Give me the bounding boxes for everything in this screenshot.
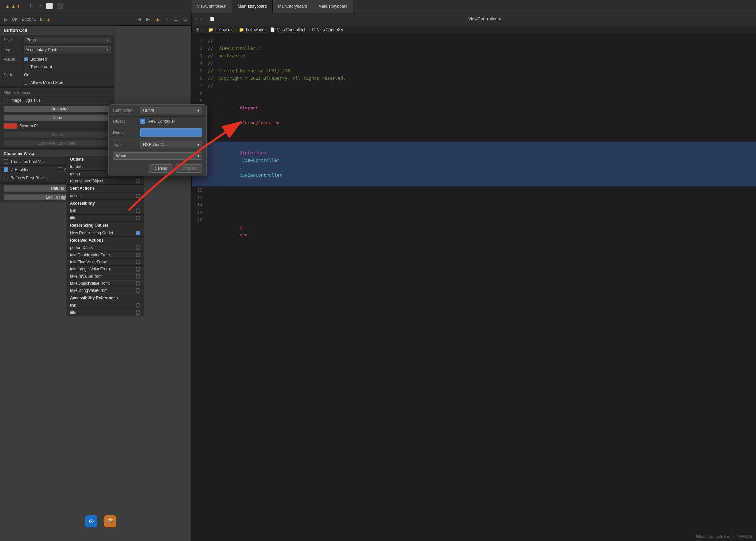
action-circle[interactable]	[136, 194, 140, 198]
take-float-item: takeFloatValueFrom:	[66, 259, 144, 266]
object-icon: C	[140, 119, 145, 124]
link-circle[interactable]	[136, 208, 140, 213]
warning-icon: ▲	[5, 4, 10, 9]
take-int-item: takeIntValueFrom:	[66, 273, 144, 280]
type-dropdown[interactable]: Momentary Push In ▾	[24, 46, 111, 53]
code-line-9: 9 #import <Cocoa/Cocoa.h>	[192, 97, 756, 134]
none-button-wrap: None	[0, 113, 114, 122]
breadcrumb-item-button1: Button1	[22, 17, 36, 22]
transparent-row: Transparent	[0, 64, 114, 71]
connection-dialog: Connection Outlet ▾ Object C View Contro…	[108, 104, 207, 176]
no-image-button-wrap: — No Image	[0, 104, 114, 113]
code-panel: ‹ › 📄 ViewController.m ⊞ ‹ › 📁 helloworl…	[192, 13, 756, 541]
folder2-icon: 📁	[239, 27, 244, 32]
header-icon: 📄	[270, 27, 275, 32]
code-lines: 1 // 2 // ViewController.h 3 // hellowor…	[192, 35, 756, 249]
tab-main-storyboard-2[interactable]: Main.storyboard	[273, 0, 313, 13]
inspector-header: Button Cell	[0, 26, 114, 35]
tab-square-icon: ⬜	[45, 3, 54, 9]
object-row: Object C View Controller	[109, 117, 206, 126]
mixed-state-checkbox[interactable]	[24, 81, 28, 85]
nav-next-button[interactable]: ▶	[145, 16, 151, 22]
take-object-circle[interactable]	[136, 281, 140, 286]
chevron-right-button[interactable]: ▷	[164, 16, 170, 22]
truncates-checkbox[interactable]	[4, 159, 8, 164]
represented-circle[interactable]	[136, 179, 140, 183]
take-object-item: takeObjectValueFrom:	[66, 280, 144, 287]
cancel-button[interactable]: Cancel	[149, 164, 173, 173]
type-connection-dropdown[interactable]: NSButtonCell ▾	[140, 141, 202, 148]
name-input[interactable]	[140, 128, 202, 137]
take-int-circle[interactable]	[136, 274, 140, 279]
tab-viewcontroller-h[interactable]: ViewController.h	[192, 0, 232, 13]
link-item: link	[66, 207, 144, 215]
take-integer-item: takeIntegerValueFrom:	[66, 266, 144, 273]
accessibility-header: Accessibility	[66, 200, 144, 207]
none-button[interactable]: None	[4, 115, 111, 121]
split-view-button[interactable]: ⊡	[182, 16, 188, 22]
code-line-7: 7 //	[192, 82, 756, 89]
tab-bar-left: ▲ ▲ 4 + ⇦ ⬜ ⬛	[0, 0, 192, 13]
state-row: State On	[0, 71, 114, 79]
sound-button-wrap: Sound	[0, 130, 114, 139]
enabled-checkbox[interactable]: ✓	[4, 167, 8, 172]
watermark: https://blog.csdn.net/qq_48946910	[696, 534, 753, 538]
link2-circle[interactable]	[136, 303, 140, 308]
code-line-14: 14	[192, 201, 756, 209]
code-line-10: 10	[192, 134, 756, 142]
code-line-12: 12	[192, 186, 756, 194]
take-float-circle[interactable]	[136, 260, 140, 264]
bordered-checkbox[interactable]: ✓	[24, 57, 28, 61]
type-row: Type Momentary Push In ▾	[0, 45, 114, 55]
code-nav-forward[interactable]: ›	[200, 16, 202, 22]
code-nav-back[interactable]: ‹	[196, 16, 197, 22]
refuses-checkbox[interactable]	[4, 176, 8, 180]
title-item: title	[66, 215, 144, 222]
storyboard-icons: ⊙ 📦	[85, 515, 116, 527]
take-integer-circle[interactable]	[136, 267, 140, 272]
tab-bar: ▲ ▲ 4 + ⇦ ⬜ ⬛ ViewController.h Main.stor…	[0, 0, 756, 13]
class-icon: C	[312, 27, 315, 32]
grid-icon: ⊞	[196, 27, 199, 32]
tab-main-storyboard-1[interactable]: Main.storyboard	[232, 0, 273, 13]
take-string-item: takeStringValueFrom:	[66, 287, 144, 294]
nav-prev-button[interactable]: ◀	[136, 16, 142, 22]
tab-main-storyboard-3[interactable]: Main.storyboard	[313, 0, 353, 13]
list-view-button[interactable]: ☰	[173, 16, 179, 22]
tab-warning[interactable]: ▲ ▲ 4	[0, 4, 25, 9]
visual-row: Visual ✓ Bordered	[0, 55, 114, 64]
new-ref-outlet-item: New Referencing Outlet +	[66, 229, 144, 237]
no-image-button[interactable]: — No Image	[4, 106, 111, 112]
connection-dropdown-arrow: ▾	[197, 108, 199, 113]
title2-circle[interactable]	[136, 310, 140, 315]
take-string-circle[interactable]	[136, 288, 140, 293]
code-line-3: 3 // helloworld	[192, 52, 756, 60]
connect-button[interactable]: Connect	[176, 164, 202, 173]
accessibility-ref-header: Accessibility References	[66, 294, 144, 302]
type-connection-row: Type NSButtonCell ▾	[109, 139, 206, 151]
title2-item: title	[66, 309, 144, 316]
image-hugs-checkbox[interactable]	[4, 98, 8, 102]
title-circle[interactable]	[136, 216, 140, 220]
take-double-circle[interactable]	[136, 253, 140, 257]
connection-dropdown[interactable]: Outlet ▾	[140, 107, 202, 114]
dropdown-arrow: ▾	[107, 38, 108, 42]
sound-button[interactable]: Sound	[4, 132, 111, 138]
new-ref-circle[interactable]: +	[136, 231, 140, 235]
code-header: ‹ › 📄 ViewController.m	[192, 13, 756, 25]
warning-button[interactable]: ▲	[154, 16, 161, 22]
action-item: action	[66, 193, 144, 200]
add-tab-button[interactable]: +	[25, 3, 37, 10]
style-dropdown[interactable]: Push ▾	[24, 37, 111, 43]
transparent-checkbox[interactable]	[24, 65, 28, 69]
main-layout: ⊞ OK › Button1 › B › ▲ ◀ ▶ ▲ ▷ ☰ ⊡	[0, 13, 756, 541]
grid-view-button[interactable]: ⊞	[3, 16, 9, 22]
c-checkbox[interactable]	[58, 167, 62, 172]
weak-dropdown[interactable]: Weak ▾	[113, 152, 202, 160]
perform-circle[interactable]	[136, 245, 140, 250]
perform-click-item: performClick:	[66, 244, 144, 252]
code-line-6: 6 // Copyright © 2021 BlueBerry. All rig…	[192, 75, 756, 82]
code-line-13: 13	[192, 194, 756, 201]
key-equiv-button[interactable]: Enter Key Equivalent	[4, 140, 111, 146]
nav-back-button[interactable]: ⇦	[39, 3, 43, 9]
